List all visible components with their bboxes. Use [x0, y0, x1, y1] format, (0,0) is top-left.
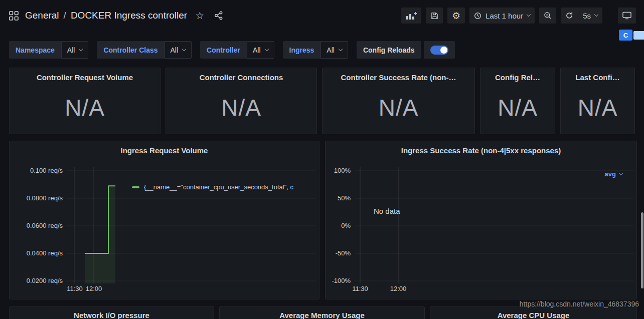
legend-calc-dropdown[interactable]: avg	[605, 170, 622, 178]
bottom-panels-row: Network I/O pressure Average Memory Usag…	[9, 306, 637, 319]
series-legend-label: {__name__="container_cpu_user_seconds_to…	[144, 183, 293, 191]
chevron-down-icon	[527, 13, 531, 17]
dashboard-title[interactable]: DOCKER Ingress controller	[71, 10, 187, 21]
y-axis-tick: 0%	[328, 222, 351, 229]
config-reloads-label: Config Reloads	[357, 41, 421, 59]
variable-label: Ingress	[283, 41, 321, 59]
star-icon[interactable]: ☆	[195, 11, 204, 21]
y-axis-tick: 0.0800 req/s	[13, 194, 63, 202]
x-axis-tick: 11:30	[67, 285, 83, 292]
csdn-icon[interactable]: C	[619, 30, 632, 41]
series-color-marker-icon	[132, 186, 139, 188]
csdn-tag-partial[interactable]	[633, 31, 644, 40]
stat-panel-last-config: Last Confi… N/A	[560, 68, 635, 134]
panel-title[interactable]: Config Rel…	[480, 68, 555, 82]
csdn-floating-widget[interactable]: C	[619, 30, 644, 41]
top-navbar: General / DOCKER Ingress controller ☆	[0, 0, 644, 31]
time-series-plot[interactable]	[355, 167, 633, 287]
panel-title[interactable]: Controller Success Rate (non-…	[323, 68, 474, 82]
topbar-left: General / DOCKER Ingress controller ☆	[9, 10, 223, 21]
time-range-picker[interactable]: Last 1 hour	[469, 8, 535, 24]
time-range-label: Last 1 hour	[486, 12, 523, 20]
variable-selected-value: All	[171, 46, 179, 54]
y-axis-tick: 0.0400 req/s	[13, 249, 63, 257]
refresh-group: 5s	[561, 8, 602, 24]
chevron-down-icon	[619, 171, 623, 175]
chevron-down-icon	[182, 47, 186, 51]
add-panel-icon	[406, 12, 417, 20]
x-axis-tick: 12:00	[390, 285, 407, 292]
panel-title[interactable]: Ingress Request Volume	[10, 141, 319, 155]
y-axis-tick: 100%	[328, 167, 351, 174]
graph-panel-ingress-request-volume: Ingress Request Volume 0.100 req/s 0.080…	[9, 141, 319, 299]
toggle-knob	[440, 47, 447, 54]
apps-grid-icon[interactable]	[9, 11, 19, 21]
stat-value: N/A	[166, 82, 316, 134]
variable-controller-class: Controller Class All	[97, 41, 192, 59]
save-dashboard-button[interactable]	[426, 8, 443, 24]
panel-title[interactable]: Average Memory Usage	[220, 307, 424, 319]
stat-panel-config-reloads: Config Rel… N/A	[480, 68, 555, 134]
y-axis-tick: 0.0200 req/s	[13, 277, 63, 284]
no-data-message: No data	[374, 207, 400, 215]
y-axis-tick: -100%	[328, 277, 351, 284]
panel-title[interactable]: Controller Request Volume	[10, 68, 160, 82]
stats-row: Controller Request Volume N/A Controller…	[9, 68, 635, 134]
graph-panel-ingress-success-rate: Ingress Success Rate (non-4|5xx response…	[325, 141, 637, 299]
config-reloads-toggle-wrap[interactable]	[424, 41, 455, 59]
variable-selected-value: All	[67, 46, 75, 54]
variable-value-dropdown[interactable]: All	[247, 41, 274, 59]
stat-panel-controller-request-volume: Controller Request Volume N/A	[9, 68, 160, 134]
gear-icon: ⚙	[452, 11, 460, 21]
share-icon[interactable]	[214, 11, 223, 20]
y-axis-tick: 50%	[328, 194, 351, 202]
topbar-right: ⚙ Last 1 hour	[401, 8, 636, 24]
breadcrumb-folder[interactable]: General	[25, 10, 59, 21]
variable-label: Controller Class	[97, 41, 164, 59]
panel-title[interactable]: Last Confi…	[561, 68, 634, 82]
breadcrumb: General / DOCKER Ingress controller	[25, 10, 187, 21]
h-gridlines	[355, 171, 633, 281]
stat-panel-controller-connections: Controller Connections N/A	[166, 68, 317, 134]
series-legend-item[interactable]: {__name__="container_cpu_user_seconds_to…	[132, 183, 293, 191]
vertical-scrollbar-thumb[interactable]	[641, 212, 643, 288]
config-reloads-toggle[interactable]	[430, 46, 448, 55]
graph-panel-average-cpu-usage: Average CPU Usage	[430, 306, 637, 319]
variable-ingress: Ingress All	[283, 41, 348, 59]
panel-title[interactable]: Controller Connections	[166, 68, 316, 82]
y-axis-tick: -50%	[328, 249, 351, 257]
variable-label: Namespace	[9, 41, 61, 59]
stat-value: N/A	[10, 82, 160, 134]
dashboard-settings-button[interactable]: ⚙	[447, 8, 465, 24]
breadcrumb-separator: /	[64, 10, 66, 21]
stat-value: N/A	[323, 82, 474, 134]
cycle-view-mode-button[interactable]	[618, 8, 636, 24]
add-panel-button[interactable]	[401, 8, 421, 24]
variable-value-dropdown[interactable]: All	[320, 41, 348, 59]
chevron-down-icon	[339, 47, 343, 51]
zoom-out-icon	[544, 12, 552, 20]
zoom-out-time-button[interactable]	[539, 8, 556, 24]
variable-value-dropdown[interactable]: All	[61, 41, 89, 59]
refresh-interval-dropdown[interactable]: 5s	[578, 8, 602, 24]
panel-title[interactable]: Average CPU Usage	[430, 307, 636, 319]
x-axis-tick: 11:30	[352, 285, 368, 292]
refresh-icon	[565, 12, 573, 20]
variable-selected-value: All	[253, 46, 261, 54]
chevron-down-icon	[264, 47, 268, 51]
legend-calc-label: avg	[605, 170, 616, 178]
y-axis-tick: 0.100 req/s	[13, 167, 63, 174]
variable-value-dropdown[interactable]: All	[165, 41, 192, 59]
panel-title[interactable]: Ingress Success Rate (non-4|5xx response…	[326, 141, 636, 155]
chevron-down-icon	[79, 47, 83, 51]
variable-config-reloads: Config Reloads	[357, 41, 455, 59]
save-icon	[431, 12, 438, 20]
watermark-url: https://blog.csdn.net/weixin_46837396	[520, 300, 639, 308]
graph-panel-network-io-pressure: Network I/O pressure	[9, 306, 214, 319]
refresh-button[interactable]	[561, 8, 578, 24]
template-variables-row: Namespace All Controller Class All Contr…	[9, 41, 455, 59]
panel-title[interactable]: Network I/O pressure	[10, 307, 214, 319]
x-axis-tick: 12:00	[86, 285, 102, 292]
y-axis-tick: 0.0600 req/s	[13, 222, 63, 229]
chevron-down-icon	[594, 13, 598, 17]
